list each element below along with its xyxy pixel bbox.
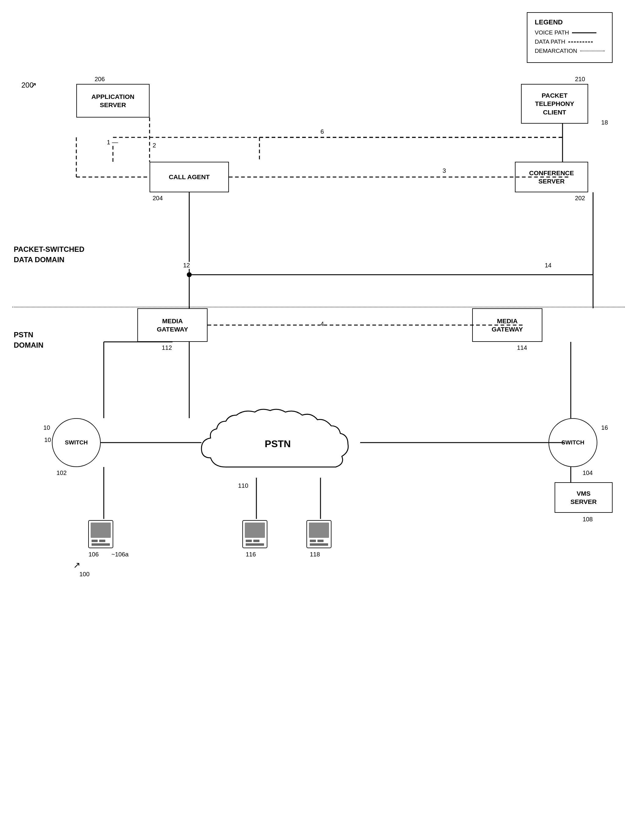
svg-point-11 — [187, 272, 192, 277]
connections-svg — [0, 0, 637, 840]
ref-14: 14 — [545, 262, 552, 269]
device-106 — [87, 519, 114, 551]
ref-18: 18 — [601, 119, 608, 126]
ref-116-label: 116 — [246, 551, 256, 558]
network-diagram: LEGEND VOICE PATH DATA PATH DEMARCATION … — [0, 0, 637, 840]
ref-12: 12 — [183, 262, 190, 269]
ref-16-label: 16 — [601, 424, 608, 431]
svg-rect-33 — [246, 540, 252, 542]
ref-6: 6 — [321, 128, 324, 135]
device-118 — [305, 519, 333, 551]
svg-rect-34 — [253, 540, 259, 542]
svg-rect-39 — [318, 540, 324, 542]
svg-rect-38 — [310, 540, 316, 542]
ref-3: 3 — [443, 167, 446, 174]
svg-rect-30 — [92, 543, 110, 546]
svg-rect-27 — [91, 523, 111, 538]
svg-rect-40 — [310, 543, 328, 546]
device-116 — [241, 519, 269, 551]
svg-rect-35 — [246, 543, 264, 546]
svg-rect-32 — [245, 523, 265, 538]
ref-1: 1 — — [107, 139, 118, 146]
ref-100-arrow: ↗ — [73, 560, 80, 570]
ref-4: 4 — [321, 321, 324, 327]
ref-106a-label: ~106a — [111, 551, 128, 558]
ref-106-label: 106 — [89, 551, 99, 558]
ref-2: 2 — [153, 142, 156, 149]
ref-10-label: 10 — [43, 424, 50, 431]
svg-rect-37 — [309, 523, 329, 538]
ref-100-label: 100 — [79, 571, 89, 578]
svg-rect-28 — [92, 540, 98, 542]
svg-rect-29 — [99, 540, 105, 542]
ref-118-label: 118 — [310, 551, 320, 558]
